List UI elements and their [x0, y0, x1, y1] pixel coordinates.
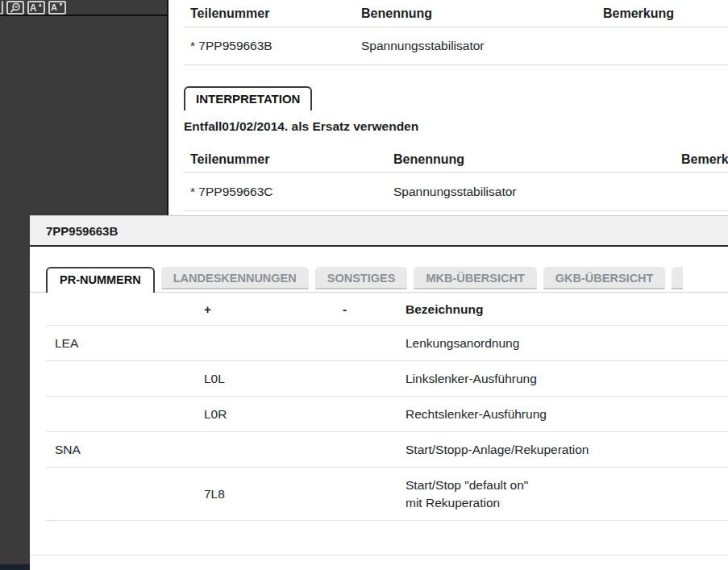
zoom-in-icon[interactable] — [0, 1, 3, 15]
font-increase-button[interactable]: A▲ — [27, 1, 45, 15]
col-header-benennung: Benennung — [387, 152, 675, 167]
pr-plus-code: L0L — [204, 372, 343, 386]
tab-mkb-uebersicht[interactable]: MKB-ÜBERSICHT — [414, 267, 536, 289]
pr-table-header-row: + - Bezeichnung — [46, 293, 728, 326]
col-header-teilenummer: Teilenummer — [184, 6, 355, 21]
popup-title: 7PP959663B — [30, 216, 728, 247]
pr-bezeichnung: Start/Stop "default on" mit Rekuperation — [406, 476, 728, 512]
col-header-bemerkung: Bemerkung — [597, 6, 728, 21]
col-header-plus: + — [204, 302, 343, 317]
col-header-minus: - — [343, 302, 406, 317]
parts-results-table: Teilenummer Benennung Bemerkung * 7PP959… — [184, 0, 728, 65]
caret-up-icon: ▲ — [37, 2, 43, 7]
col-header-benennung: Benennung — [355, 6, 597, 21]
tab-sonstiges[interactable]: SONSTIGES — [315, 267, 408, 289]
part-detail-popup: 7PP959663B PR-NUMMERN LANDESKENNUNGEN SO… — [30, 215, 728, 570]
pr-numbers-table: + - Bezeichnung LEA Lenkungsanordnung L0… — [46, 293, 728, 521]
interpretation-note: Entfall01/02/2014. als Ersatz verwenden — [184, 119, 728, 134]
pr-bezeichnung: Start/Stopp-Anlage/Rekuperation — [406, 443, 728, 457]
pr-table-row: LEA Lenkungsanordnung — [46, 326, 728, 361]
part-number[interactable]: * 7PP959663C — [184, 185, 387, 199]
part-description: Spannungsstabilisator — [355, 39, 597, 53]
pr-table-row: SNA Start/Stopp-Anlage/Rekuperation — [46, 432, 728, 468]
pr-group: LEA — [46, 336, 204, 351]
pr-plus-code: 7L8 — [204, 487, 343, 501]
pr-bezeichnung: Lenkungsanordnung — [406, 336, 728, 351]
pr-plus-code: L0R — [204, 407, 343, 422]
zoom-out-button[interactable] — [6, 1, 24, 15]
col-header-bemerkung: Bemerkung — [675, 152, 728, 167]
col-header-bezeichnung: Bezeichnung — [406, 302, 728, 317]
pr-table-row: 7L8 Start/Stop "default on" mit Rekupera… — [46, 468, 728, 521]
popup-tabbar: PR-NUMMERN LANDESKENNUNGEN SONSTIGES MKB… — [30, 267, 728, 293]
tab-pr-nummern[interactable]: PR-NUMMERN — [46, 267, 155, 293]
table-header-row: Teilenummer Benennung Bemerkung — [184, 0, 728, 27]
tab-landeskennungen[interactable]: LANDESKENNUNGEN — [161, 267, 309, 289]
col-header-teilenummer: Teilenummer — [184, 152, 387, 167]
font-increase-label: A — [30, 3, 37, 13]
pr-table-row: L0L Linkslenker-Ausführung — [46, 361, 728, 397]
font-decrease-label: A — [51, 3, 57, 12]
table-header-row: Teilenummer Benennung Bemerkung — [184, 148, 728, 173]
magnifier-minus-icon — [9, 2, 22, 13]
pr-bezeichnung: Linkslenker-Ausführung — [406, 372, 728, 386]
part-number[interactable]: * 7PP959663B — [184, 39, 355, 53]
part-description: Spannungsstabilisator — [387, 185, 675, 199]
table-row[interactable]: * 7PP959663C Spannungsstabilisator — [184, 173, 728, 211]
font-decrease-button[interactable]: A▼ — [48, 1, 66, 15]
pr-bezeichnung: Rechtslenker-Ausführung — [406, 407, 728, 422]
pr-group: SNA — [46, 443, 204, 457]
view-toolbar: A▲ A▼ — [0, 0, 167, 16]
caret-down-icon: ▼ — [58, 2, 64, 7]
interpretation-tab[interactable]: INTERPRETATION — [184, 86, 312, 110]
tab-overflow-sliver[interactable] — [672, 267, 683, 289]
tab-gkb-uebersicht[interactable]: GKB-ÜBERSICHT — [543, 267, 666, 289]
pr-table-row: L0R Rechtslenker-Ausführung — [46, 397, 728, 432]
interpretation-table: Teilenummer Benennung Bemerkung * 7PP959… — [184, 148, 728, 211]
popup-footer-divider — [30, 555, 728, 555]
table-row[interactable]: * 7PP959663B Spannungsstabilisator — [184, 27, 728, 65]
